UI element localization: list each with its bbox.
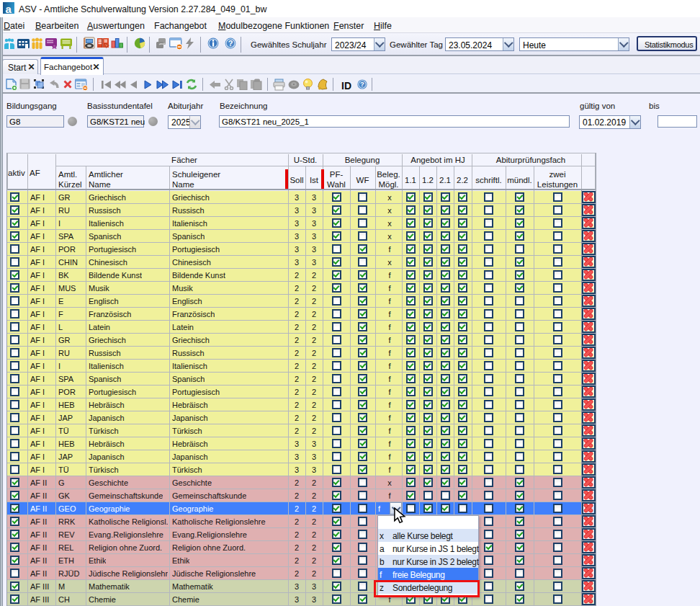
- svg-text:?: ?: [228, 39, 233, 48]
- svg-text:?: ?: [360, 80, 364, 88]
